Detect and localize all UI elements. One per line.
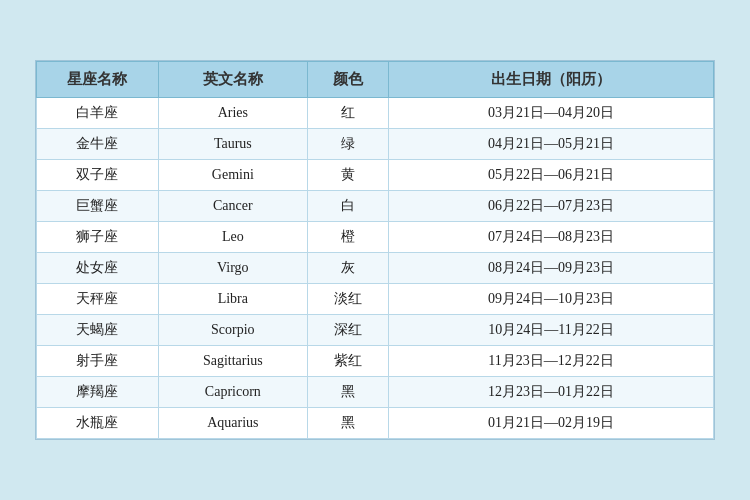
cell-cn: 天蝎座 [37, 315, 159, 346]
table-row: 天蝎座Scorpio深红10月24日—11月22日 [37, 315, 714, 346]
cell-date: 04月21日—05月21日 [389, 129, 714, 160]
cell-cn: 天秤座 [37, 284, 159, 315]
cell-cn: 白羊座 [37, 98, 159, 129]
cell-color: 深红 [307, 315, 388, 346]
header-color: 颜色 [307, 62, 388, 98]
cell-color: 白 [307, 191, 388, 222]
table-row: 白羊座Aries红03月21日—04月20日 [37, 98, 714, 129]
table-row: 狮子座Leo橙07月24日—08月23日 [37, 222, 714, 253]
cell-date: 11月23日—12月22日 [389, 346, 714, 377]
cell-date: 06月22日—07月23日 [389, 191, 714, 222]
cell-cn: 射手座 [37, 346, 159, 377]
table-row: 摩羯座Capricorn黑12月23日—01月22日 [37, 377, 714, 408]
cell-en: Capricorn [158, 377, 307, 408]
cell-color: 灰 [307, 253, 388, 284]
cell-date: 07月24日—08月23日 [389, 222, 714, 253]
cell-date: 10月24日—11月22日 [389, 315, 714, 346]
cell-en: Scorpio [158, 315, 307, 346]
cell-en: Sagittarius [158, 346, 307, 377]
cell-date: 09月24日—10月23日 [389, 284, 714, 315]
cell-cn: 金牛座 [37, 129, 159, 160]
cell-en: Cancer [158, 191, 307, 222]
table-body: 白羊座Aries红03月21日—04月20日金牛座Taurus绿04月21日—0… [37, 98, 714, 439]
cell-date: 12月23日—01月22日 [389, 377, 714, 408]
table-row: 处女座Virgo灰08月24日—09月23日 [37, 253, 714, 284]
cell-date: 05月22日—06月21日 [389, 160, 714, 191]
table-row: 射手座Sagittarius紫红11月23日—12月22日 [37, 346, 714, 377]
cell-color: 绿 [307, 129, 388, 160]
cell-en: Leo [158, 222, 307, 253]
cell-color: 红 [307, 98, 388, 129]
cell-cn: 狮子座 [37, 222, 159, 253]
header-en: 英文名称 [158, 62, 307, 98]
cell-cn: 巨蟹座 [37, 191, 159, 222]
header-cn: 星座名称 [37, 62, 159, 98]
table-header-row: 星座名称 英文名称 颜色 出生日期（阳历） [37, 62, 714, 98]
table-row: 双子座Gemini黄05月22日—06月21日 [37, 160, 714, 191]
cell-cn: 水瓶座 [37, 408, 159, 439]
cell-cn: 双子座 [37, 160, 159, 191]
cell-en: Virgo [158, 253, 307, 284]
cell-cn: 处女座 [37, 253, 159, 284]
cell-date: 01月21日—02月19日 [389, 408, 714, 439]
cell-date: 03月21日—04月20日 [389, 98, 714, 129]
table-row: 水瓶座Aquarius黑01月21日—02月19日 [37, 408, 714, 439]
cell-color: 黑 [307, 377, 388, 408]
cell-en: Taurus [158, 129, 307, 160]
table-row: 金牛座Taurus绿04月21日—05月21日 [37, 129, 714, 160]
cell-en: Libra [158, 284, 307, 315]
cell-date: 08月24日—09月23日 [389, 253, 714, 284]
zodiac-table: 星座名称 英文名称 颜色 出生日期（阳历） 白羊座Aries红03月21日—04… [36, 61, 714, 439]
table-row: 巨蟹座Cancer白06月22日—07月23日 [37, 191, 714, 222]
cell-color: 黑 [307, 408, 388, 439]
cell-en: Aries [158, 98, 307, 129]
cell-color: 紫红 [307, 346, 388, 377]
zodiac-table-container: 星座名称 英文名称 颜色 出生日期（阳历） 白羊座Aries红03月21日—04… [35, 60, 715, 440]
cell-en: Aquarius [158, 408, 307, 439]
cell-color: 黄 [307, 160, 388, 191]
table-row: 天秤座Libra淡红09月24日—10月23日 [37, 284, 714, 315]
cell-en: Gemini [158, 160, 307, 191]
cell-color: 橙 [307, 222, 388, 253]
header-date: 出生日期（阳历） [389, 62, 714, 98]
cell-cn: 摩羯座 [37, 377, 159, 408]
cell-color: 淡红 [307, 284, 388, 315]
